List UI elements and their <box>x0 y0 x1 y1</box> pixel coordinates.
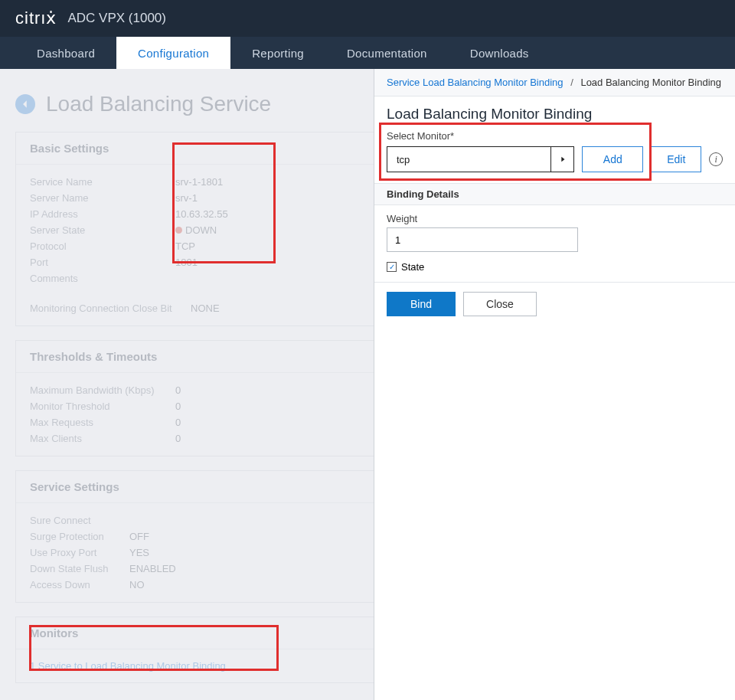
tab-configuration[interactable]: Configuration <box>116 37 230 69</box>
binding-details-heading: Binding Details <box>374 183 735 205</box>
breadcrumb-separator: / <box>570 77 573 88</box>
chevron-right-icon[interactable] <box>550 147 573 172</box>
tab-reporting[interactable]: Reporting <box>230 37 325 69</box>
state-checkbox[interactable]: ✓ <box>387 262 397 272</box>
add-button[interactable]: Add <box>582 146 643 172</box>
select-monitor-dropdown[interactable]: tcp <box>387 146 574 172</box>
select-monitor-label: Select Monitor* <box>374 130 735 146</box>
state-checkbox-label: State <box>401 261 424 273</box>
brand-bar: citrıẋ ADC VPX (1000) <box>0 0 735 37</box>
weight-label: Weight <box>387 213 723 224</box>
nav-tabs: Dashboard Configuration Reporting Docume… <box>0 37 735 69</box>
brand-product: ADC VPX (1000) <box>67 11 166 26</box>
close-button[interactable]: Close <box>463 292 537 316</box>
breadcrumb-current: Load Balancing Monitor Binding <box>580 77 721 88</box>
tab-downloads[interactable]: Downloads <box>449 37 550 69</box>
panel-title: Load Balancing Monitor Binding <box>374 96 735 130</box>
edit-button[interactable]: Edit <box>651 146 701 172</box>
select-monitor-value: tcp <box>387 154 550 165</box>
breadcrumb: Service Load Balancing Monitor Binding /… <box>374 69 735 96</box>
tab-dashboard[interactable]: Dashboard <box>15 37 116 69</box>
info-icon[interactable]: i <box>709 152 723 166</box>
bind-button[interactable]: Bind <box>387 292 456 316</box>
weight-input[interactable] <box>387 227 578 252</box>
brand-logo: citrıẋ <box>15 8 57 28</box>
breadcrumb-link[interactable]: Service Load Balancing Monitor Binding <box>387 77 564 88</box>
slideover-panel: Service Load Balancing Monitor Binding /… <box>374 69 735 700</box>
tab-documentation[interactable]: Documentation <box>325 37 449 69</box>
